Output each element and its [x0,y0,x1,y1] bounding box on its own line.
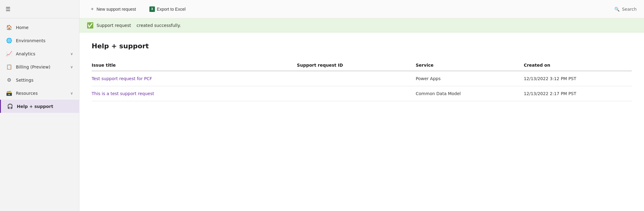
table-row: Test support request for PCFPower Apps12… [92,71,632,86]
search-label: Search [622,7,637,12]
analytics-icon: 📈 [6,51,12,57]
help-support-icon: 🎧 [7,103,13,109]
col-header-created: Created on [524,60,632,71]
resources-icon: 🗃️ [6,90,12,96]
sidebar-item-home[interactable]: 🏠Home [0,21,79,34]
table-header-row: Issue title Support request ID Service C… [92,60,632,71]
export-excel-button[interactable]: X Export to Excel [146,5,188,14]
billing-label: Billing (Preview) [16,65,70,69]
table-row: This is a test support requestCommon Dat… [92,86,632,101]
new-request-label: New support request [97,7,136,12]
page-content: Help + support Issue title Support reque… [79,32,644,211]
banner-rest-text: created successfully. [137,23,181,28]
col-header-id: Support request ID [297,60,416,71]
settings-icon: ⚙️ [6,77,12,83]
col-header-issue: Issue title [92,60,297,71]
row-0-service: Power Apps [416,71,524,86]
environments-label: Environments [16,38,73,43]
success-banner: ✅ Support request created successfully. [79,18,644,32]
analytics-label: Analytics [16,51,70,56]
toolbar: ＋ New support request X Export to Excel … [79,0,644,18]
new-support-request-button[interactable]: ＋ New support request [87,4,139,14]
support-table: Issue title Support request ID Service C… [92,60,632,101]
row-1-issue-title: This is a test support request [92,86,297,101]
resources-label: Resources [16,91,70,96]
resources-chevron-icon: ∨ [70,91,73,95]
search-icon: 🔍 [614,7,620,12]
search-area[interactable]: 🔍 Search [614,7,637,12]
export-excel-label: Export to Excel [157,7,185,12]
sidebar-item-resources[interactable]: 🗃️Resources∨ [0,87,79,100]
home-icon: 🏠 [6,24,12,30]
help-support-label: Help + support [17,104,73,109]
col-header-service: Service [416,60,524,71]
row-1-issue-link[interactable]: This is a test support request [92,91,154,96]
sidebar: ☰ 🏠Home🌐Environments📈Analytics∨📋Billing … [0,0,79,211]
environments-icon: 🌐 [6,38,12,43]
banner-bold-text: Support request [97,23,131,28]
plus-icon: ＋ [90,6,95,12]
sidebar-item-settings[interactable]: ⚙️Settings [0,73,79,87]
sidebar-header: ☰ [0,0,79,18]
page-title: Help + support [92,42,632,50]
billing-icon: 📋 [6,64,12,70]
row-1-created-on: 12/13/2022 2:17 PM PST [524,86,632,101]
row-0-issue-title: Test support request for PCF [92,71,297,86]
sidebar-nav: 🏠Home🌐Environments📈Analytics∨📋Billing (P… [0,18,79,113]
billing-chevron-icon: ∨ [70,65,73,69]
row-1-request-id [297,86,416,101]
hamburger-icon[interactable]: ☰ [5,6,10,12]
success-check-icon: ✅ [87,22,93,28]
analytics-chevron-icon: ∨ [70,52,73,56]
main-content: ＋ New support request X Export to Excel … [79,0,644,211]
sidebar-item-analytics[interactable]: 📈Analytics∨ [0,47,79,60]
table-body: Test support request for PCFPower Apps12… [92,71,632,101]
home-label: Home [16,25,73,30]
sidebar-item-help-support[interactable]: 🎧Help + support [0,100,79,113]
excel-icon: X [149,6,155,12]
settings-label: Settings [16,78,73,83]
row-1-service: Common Data Model [416,86,524,101]
sidebar-item-environments[interactable]: 🌐Environments [0,34,79,47]
sidebar-item-billing[interactable]: 📋Billing (Preview)∨ [0,60,79,73]
row-0-created-on: 12/13/2022 3:12 PM PST [524,71,632,86]
row-0-issue-link[interactable]: Test support request for PCF [92,76,152,81]
row-0-request-id [297,71,416,86]
